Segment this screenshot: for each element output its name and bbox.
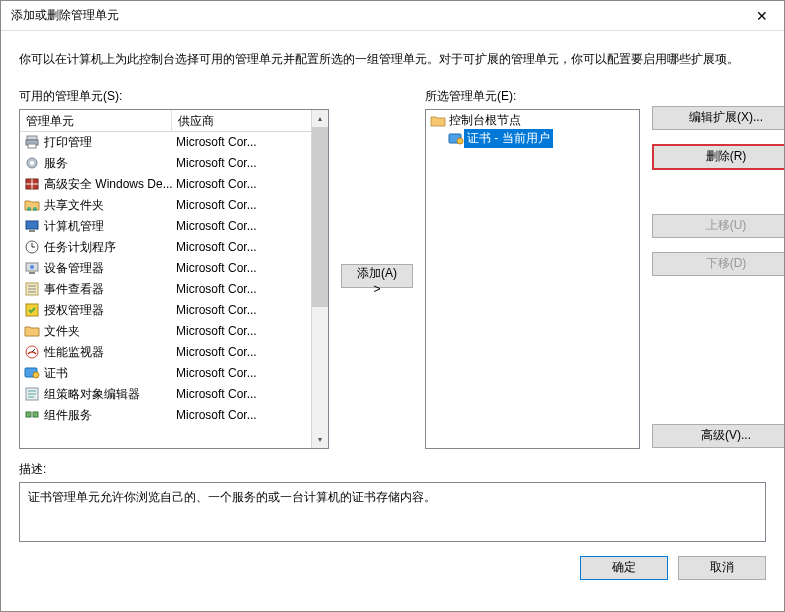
scroll-up-button[interactable]: ▴ bbox=[312, 110, 328, 127]
available-row-name: 服务 bbox=[44, 153, 68, 174]
device-mgr-icon bbox=[24, 260, 40, 276]
available-row-name: 高级安全 Windows De... bbox=[44, 174, 172, 195]
available-row[interactable]: 组件服务Microsoft Cor... bbox=[20, 405, 311, 426]
intro-text: 你可以在计算机上为此控制台选择可用的管理单元并配置所选的一组管理单元。对于可扩展… bbox=[19, 51, 766, 68]
svg-rect-2 bbox=[28, 144, 36, 148]
move-up-button[interactable]: 上移(U) bbox=[652, 214, 785, 238]
svg-rect-10 bbox=[26, 221, 38, 229]
available-row-name: 组件服务 bbox=[44, 405, 92, 426]
folder-icon bbox=[430, 113, 446, 129]
edit-extensions-button[interactable]: 编辑扩展(X)... bbox=[652, 106, 785, 130]
svg-point-8 bbox=[27, 207, 31, 211]
available-row-vendor: Microsoft Cor... bbox=[172, 237, 311, 258]
printer-icon bbox=[24, 134, 40, 150]
close-button[interactable]: ✕ bbox=[739, 1, 784, 31]
available-row-vendor: Microsoft Cor... bbox=[172, 216, 311, 237]
scheduler-icon bbox=[24, 239, 40, 255]
description-text: 证书管理单元允许你浏览自己的、一个服务的或一台计算机的证书存储内容。 bbox=[28, 490, 436, 504]
available-row-name: 设备管理器 bbox=[44, 258, 104, 279]
available-row-vendor: Microsoft Cor... bbox=[172, 321, 311, 342]
available-header: 管理单元 供应商 bbox=[20, 110, 311, 132]
available-row-vendor: Microsoft Cor... bbox=[172, 363, 311, 384]
delete-button[interactable]: 删除(R) bbox=[652, 144, 785, 170]
ok-button[interactable]: 确定 bbox=[580, 556, 668, 580]
svg-rect-16 bbox=[29, 272, 35, 274]
available-row-name: 组策略对象编辑器 bbox=[44, 384, 140, 405]
svg-point-26 bbox=[33, 372, 39, 378]
available-row-vendor: Microsoft Cor... bbox=[172, 342, 311, 363]
available-row[interactable]: 事件查看器Microsoft Cor... bbox=[20, 279, 311, 300]
tree-child-node[interactable]: 证书 - 当前用户 bbox=[426, 130, 639, 148]
available-row-name: 计算机管理 bbox=[44, 216, 104, 237]
folder-icon bbox=[24, 323, 40, 339]
gear-icon bbox=[24, 155, 40, 171]
available-row-name: 证书 bbox=[44, 363, 68, 384]
selected-label: 所选管理单元(E): bbox=[425, 88, 640, 105]
available-row-vendor: Microsoft Cor... bbox=[172, 153, 311, 174]
available-row-name: 事件查看器 bbox=[44, 279, 104, 300]
component-svc-icon bbox=[24, 407, 40, 423]
available-row-vendor: Microsoft Cor... bbox=[172, 384, 311, 405]
svg-point-4 bbox=[30, 161, 34, 165]
available-row-name: 任务计划程序 bbox=[44, 237, 116, 258]
available-row[interactable]: 任务计划程序Microsoft Cor... bbox=[20, 237, 311, 258]
available-row[interactable]: 授权管理器Microsoft Cor... bbox=[20, 300, 311, 321]
svg-rect-32 bbox=[33, 412, 38, 417]
firewall-icon bbox=[24, 176, 40, 192]
scroll-down-button[interactable]: ▾ bbox=[312, 431, 328, 448]
cancel-button[interactable]: 取消 bbox=[678, 556, 766, 580]
tree-root-node[interactable]: 控制台根节点 bbox=[426, 112, 639, 130]
svg-rect-31 bbox=[26, 412, 31, 417]
description-label: 描述: bbox=[19, 461, 766, 478]
svg-point-34 bbox=[457, 138, 463, 144]
available-listbox[interactable]: 管理单元 供应商 打印管理Microsoft Cor...服务Microsoft… bbox=[19, 109, 329, 449]
computer-mgmt-icon bbox=[24, 218, 40, 234]
available-row-vendor: Microsoft Cor... bbox=[172, 195, 311, 216]
available-row-vendor: Microsoft Cor... bbox=[172, 132, 311, 153]
perf-monitor-icon bbox=[24, 344, 40, 360]
window-title: 添加或删除管理单元 bbox=[11, 7, 739, 24]
available-row-vendor: Microsoft Cor... bbox=[172, 174, 311, 195]
move-down-button[interactable]: 下移(D) bbox=[652, 252, 785, 276]
certificate-icon bbox=[24, 365, 40, 381]
svg-rect-0 bbox=[27, 136, 37, 140]
available-row[interactable]: 共享文件夹Microsoft Cor... bbox=[20, 195, 311, 216]
available-row-name: 打印管理 bbox=[44, 132, 92, 153]
scroll-thumb[interactable] bbox=[312, 127, 328, 307]
advanced-button[interactable]: 高级(V)... bbox=[652, 424, 785, 448]
available-row[interactable]: 打印管理Microsoft Cor... bbox=[20, 132, 311, 153]
svg-rect-11 bbox=[29, 230, 35, 232]
available-row[interactable]: 服务Microsoft Cor... bbox=[20, 153, 311, 174]
certificate-blue-icon bbox=[448, 131, 464, 147]
available-row-vendor: Microsoft Cor... bbox=[172, 258, 311, 279]
svg-point-9 bbox=[33, 207, 37, 211]
gpo-editor-icon bbox=[24, 386, 40, 402]
tree-root-label: 控制台根节点 bbox=[446, 111, 524, 130]
available-scrollbar[interactable]: ▴ ▾ bbox=[311, 110, 328, 448]
available-row-name: 授权管理器 bbox=[44, 300, 104, 321]
auth-mgr-icon bbox=[24, 302, 40, 318]
add-button[interactable]: 添加(A) > bbox=[341, 264, 413, 288]
available-row[interactable]: 高级安全 Windows De...Microsoft Cor... bbox=[20, 174, 311, 195]
available-row-name: 文件夹 bbox=[44, 321, 80, 342]
available-row-name: 共享文件夹 bbox=[44, 195, 104, 216]
available-row[interactable]: 文件夹Microsoft Cor... bbox=[20, 321, 311, 342]
available-row-name: 性能监视器 bbox=[44, 342, 104, 363]
available-row-vendor: Microsoft Cor... bbox=[172, 279, 311, 300]
available-row[interactable]: 性能监视器Microsoft Cor... bbox=[20, 342, 311, 363]
event-viewer-icon bbox=[24, 281, 40, 297]
column-header-name[interactable]: 管理单元 bbox=[20, 110, 172, 131]
titlebar: 添加或删除管理单元 ✕ bbox=[1, 1, 784, 31]
column-header-vendor[interactable]: 供应商 bbox=[172, 110, 311, 131]
svg-point-17 bbox=[30, 265, 34, 269]
shared-folder-icon bbox=[24, 197, 40, 213]
description-box: 证书管理单元允许你浏览自己的、一个服务的或一台计算机的证书存储内容。 bbox=[19, 482, 766, 542]
available-row[interactable]: 证书Microsoft Cor... bbox=[20, 363, 311, 384]
available-row-vendor: Microsoft Cor... bbox=[172, 405, 311, 426]
tree-child-label: 证书 - 当前用户 bbox=[464, 129, 553, 148]
available-row[interactable]: 计算机管理Microsoft Cor... bbox=[20, 216, 311, 237]
available-row[interactable]: 设备管理器Microsoft Cor... bbox=[20, 258, 311, 279]
available-label: 可用的管理单元(S): bbox=[19, 88, 329, 105]
selected-tree[interactable]: 控制台根节点 证书 - 当前用户 bbox=[425, 109, 640, 449]
available-row[interactable]: 组策略对象编辑器Microsoft Cor... bbox=[20, 384, 311, 405]
